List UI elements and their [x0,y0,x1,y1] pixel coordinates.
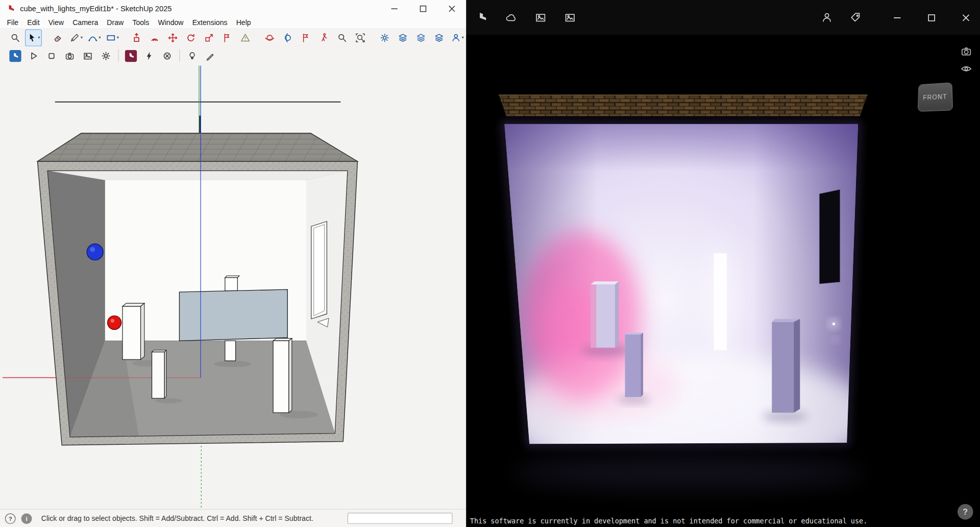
small-box[interactable] [152,350,166,398]
render-image-button[interactable] [80,47,96,64]
pushpull-tool[interactable] [128,29,145,46]
capture-view-button[interactable] [960,45,972,57]
development-disclaimer: This software is currently in developmen… [470,517,867,525]
menu-edit[interactable]: Edit [23,17,44,28]
soften-edges-tool[interactable] [395,29,411,46]
arc-tool[interactable]: ▾ [86,29,103,46]
export-panorama-icon[interactable] [564,11,576,23]
menu-window[interactable]: Window [154,17,188,28]
blue-light-sphere[interactable] [87,244,103,260]
rotate-tool[interactable] [183,29,200,46]
lights-logo-button-icon [125,50,137,61]
tag-icon [849,11,862,23]
sandbox-tool[interactable] [431,29,448,46]
render-camera-button-icon [64,51,75,61]
renderer-logo-button[interactable] [7,47,23,64]
select-tool-dropdown[interactable]: ▾ [38,35,40,40]
account-icon[interactable] [821,11,833,23]
walk-tool[interactable] [315,29,332,46]
line-tool[interactable]: ▾ [67,29,84,46]
rendered-room [501,124,876,479]
render-settings-button-icon [101,51,111,61]
menu-view[interactable]: View [44,17,68,28]
render-extension-toolbar [0,47,466,65]
maximize-button[interactable] [409,0,437,17]
tag-icon[interactable] [849,11,862,23]
maximize-icon [420,5,427,12]
render-settings-button[interactable] [97,47,114,64]
render-play-button[interactable] [25,47,42,64]
arc-tool-icon [87,32,98,43]
screen: cube_with_lights_myEdit1b* - SketchUp 20… [0,0,980,527]
light-edit-button[interactable] [202,47,219,64]
camera-icon [960,45,972,57]
point-light-button[interactable] [184,47,201,64]
select-tool[interactable]: ▾ [25,29,42,46]
visibility-button[interactable] [960,62,972,75]
close-button[interactable] [437,0,466,17]
menu-help[interactable]: Help [232,17,255,28]
add-location-tool[interactable]: ▾ [449,29,465,46]
lights-logo-button[interactable] [122,47,139,64]
position-camera-tool[interactable] [298,29,314,46]
export-image-icon[interactable] [534,11,547,23]
scale-tool-icon [204,32,214,43]
geolocation-help-icon[interactable]: ? [5,513,16,524]
sandbox-tool-icon [434,32,445,43]
light-edit-button-icon [205,51,216,61]
section-plane-tool-icon [222,32,233,43]
line-tool-dropdown[interactable]: ▾ [81,35,83,40]
position-camera-tool-icon [301,32,311,43]
offset-tool[interactable] [146,29,163,46]
minimize-icon [893,13,901,21]
red-light-sphere[interactable] [108,316,121,329]
disable-light-button[interactable] [159,47,176,64]
point-light-button-icon [187,51,198,61]
render-stop-button[interactable] [43,47,60,64]
components-tool[interactable] [376,29,393,46]
shapes-tool[interactable]: ▾ [104,29,120,46]
renderer-close-button[interactable] [952,0,980,35]
menu-camera[interactable]: Camera [68,17,103,28]
tall-box-left[interactable] [122,303,144,360]
zoom-tool[interactable] [334,29,351,46]
renderer-logo-button-icon [9,50,21,61]
sketchup-viewport[interactable] [0,64,466,510]
close-icon [448,5,456,12]
dark-window [819,189,840,284]
zoom-extents-tool[interactable] [352,29,369,46]
shapes-tool-dropdown[interactable]: ▾ [117,35,119,40]
components-tool-icon [379,32,390,43]
render-viewport[interactable]: FRONT ? This software is currently in de… [466,35,980,527]
renderer-maximize-button[interactable] [918,0,946,35]
add-location-tool-dropdown[interactable]: ▾ [462,35,464,40]
menu-tools[interactable]: Tools [128,17,154,28]
help-button[interactable]: ? [958,504,973,520]
menu-draw[interactable]: Draw [103,17,128,28]
sketchup-logo-icon [6,4,16,14]
emissive-light-button[interactable] [141,47,158,64]
eraser-tool[interactable] [50,29,66,46]
cube-top-face [37,133,357,161]
cloud-sync-icon[interactable] [505,11,517,23]
shadows-tool[interactable] [412,29,429,46]
toolbar-separator [118,50,118,62]
menu-extensions[interactable]: Extensions [188,17,232,28]
menu-file[interactable]: File [3,17,23,28]
scale-tool[interactable] [201,29,217,46]
orbit-tool[interactable] [261,29,278,46]
look-around-tool[interactable] [279,29,296,46]
move-tool[interactable] [164,29,181,46]
render-camera-button[interactable] [61,47,78,64]
right-pillar-box[interactable] [273,338,292,413]
renderer-home-logo[interactable] [476,11,488,23]
arc-tool-dropdown[interactable]: ▾ [99,35,101,40]
measurements-input[interactable] [348,513,453,524]
section-plane-tool[interactable] [219,29,236,46]
view-cube[interactable]: FRONT [918,82,953,111]
dimension-tool[interactable] [237,29,254,46]
renderer-minimize-button[interactable] [883,0,911,35]
info-icon[interactable]: i [21,513,32,524]
search-tool[interactable] [7,29,23,46]
minimize-button[interactable] [380,0,408,17]
